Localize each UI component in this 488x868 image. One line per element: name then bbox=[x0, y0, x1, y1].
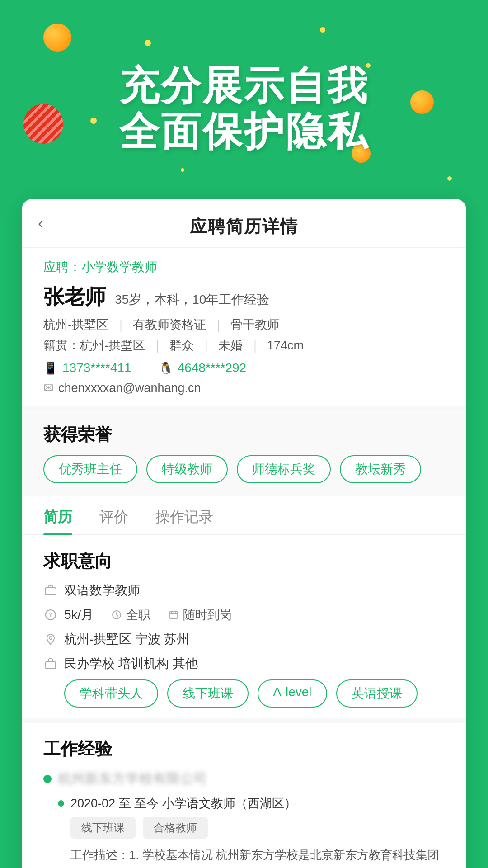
org-types: 民办学校 培训机构 其他 bbox=[64, 655, 198, 672]
job-intent-section: 求职意向 双语数学教师 ¥ 5k/月 全职 bbox=[22, 535, 466, 723]
candidate-meta: 35岁，本科，10年工作经验 bbox=[115, 291, 269, 308]
work-tags: 线下班课 合格教师 bbox=[70, 817, 445, 839]
available-sub: 随时到岗 bbox=[169, 607, 232, 623]
tab-review[interactable]: 评价 bbox=[99, 507, 128, 534]
briefcase-icon bbox=[43, 583, 58, 598]
card-header: ‹ 应聘简历详情 bbox=[22, 199, 466, 248]
deco-dot-3 bbox=[90, 118, 97, 124]
tabs-row: 简历 评价 操作记录 bbox=[22, 496, 466, 535]
job-intent-title: 求职意向 bbox=[43, 550, 445, 573]
height: 174cm bbox=[267, 339, 304, 353]
work-tag-0: 线下班课 bbox=[70, 817, 136, 839]
svg-rect-4 bbox=[169, 612, 178, 618]
svg-rect-0 bbox=[45, 588, 56, 595]
skill-tag-3: 英语授课 bbox=[336, 679, 418, 708]
work-exp-title: 工作经验 bbox=[43, 737, 445, 760]
location: 杭州-拱墅区 bbox=[43, 316, 108, 333]
contact-row: 📱 1373****411 🐧 4648****292 bbox=[43, 361, 445, 375]
deco-ball-2 bbox=[410, 90, 434, 114]
deco-dot-5 bbox=[320, 27, 325, 33]
skill-tag-2: A-level bbox=[258, 679, 327, 708]
back-button[interactable]: ‹ bbox=[38, 214, 43, 233]
honor-tag-2: 师德标兵奖 bbox=[237, 455, 331, 483]
skill-tag-1: 线下班课 bbox=[167, 679, 249, 708]
honors-section: 获得荣誉 优秀班主任 特级教师 师德标兵奖 教坛新秀 bbox=[22, 410, 466, 496]
tab-operation-log[interactable]: 操作记录 bbox=[155, 507, 213, 534]
work-period: 2020-02 至 至今 小学语文教师（西湖区） bbox=[70, 795, 296, 811]
intent-multi: 5k/月 全职 随时到岗 bbox=[64, 606, 232, 623]
qq-icon: 🐧 bbox=[159, 361, 173, 375]
honor-tag-0: 优秀班主任 bbox=[43, 455, 137, 483]
qq-number: 4648****292 bbox=[178, 361, 247, 375]
org-type-row: 民办学校 培训机构 其他 bbox=[43, 655, 445, 672]
political-status: 群众 bbox=[169, 337, 194, 354]
marital-status: 未婚 bbox=[218, 337, 243, 354]
honor-tag-3: 教坛新秀 bbox=[340, 455, 421, 483]
skill-tag-0: 学科带头人 bbox=[64, 679, 158, 708]
phone-number: 1373****411 bbox=[62, 361, 131, 375]
location-row: 杭州-拱墅区 宁波 苏州 bbox=[43, 631, 445, 648]
qq-item: 🐧 4648****292 bbox=[159, 361, 247, 375]
svg-rect-6 bbox=[46, 662, 56, 669]
name-row: 张老师 35岁，本科，10年工作经验 bbox=[43, 283, 445, 311]
credential: 有教师资格证 bbox=[133, 316, 206, 333]
deco-dot-6 bbox=[181, 168, 184, 172]
work-dot bbox=[58, 800, 64, 807]
work-tag-1: 合格教师 bbox=[143, 817, 208, 839]
hometown: 籍贯：杭州-拱墅区 bbox=[43, 337, 145, 354]
work-item-1: 2020-02 至 至今 小学语文教师（西湖区） 线下班课 合格教师 工作描述：… bbox=[58, 795, 445, 868]
apply-tag: 应聘：小学数学教师 bbox=[43, 259, 445, 276]
salary-type-row: ¥ 5k/月 全职 随时到岗 bbox=[43, 606, 445, 623]
job-type: 全职 bbox=[126, 607, 150, 623]
org-icon bbox=[43, 656, 58, 671]
deco-stripe-ball bbox=[23, 104, 63, 144]
work-item-header: 2020-02 至 至今 小学语文教师（西湖区） bbox=[58, 795, 445, 811]
svg-text:¥: ¥ bbox=[48, 611, 52, 618]
deco-dot-4 bbox=[447, 176, 452, 181]
profile-section: 应聘：小学数学教师 张老师 35岁，本科，10年工作经验 杭州-拱墅区 ｜ 有教… bbox=[22, 248, 466, 410]
honors-title: 获得荣誉 bbox=[43, 423, 445, 446]
candidate-name: 张老师 bbox=[43, 283, 106, 311]
company-dot bbox=[43, 775, 52, 783]
location-icon bbox=[43, 632, 58, 646]
title-level: 骨干教师 bbox=[230, 316, 279, 333]
deco-dot-1 bbox=[145, 40, 151, 46]
job-title: 双语数学教师 bbox=[64, 582, 140, 599]
hero-title: 充分展示自我 全面保护隐私 bbox=[119, 63, 369, 154]
company-row: 杭州新东方学校有限公司 bbox=[43, 769, 445, 788]
resume-card: ‹ 应聘简历详情 应聘：小学数学教师 张老师 35岁，本科，10年工作经验 杭州… bbox=[22, 199, 466, 868]
skill-tags: 学科带头人 线下班课 A-level 英语授课 bbox=[64, 679, 445, 708]
hero-section: 充分展示自我 全面保护隐私 bbox=[0, 0, 488, 217]
phone-icon: 📱 bbox=[43, 361, 58, 375]
available: 随时到岗 bbox=[183, 607, 232, 623]
email-address: chenxxxxan@wanhang.cn bbox=[58, 381, 201, 395]
honors-tags: 优秀班主任 特级教师 师德标兵奖 教坛新秀 bbox=[43, 455, 445, 483]
work-description: 工作描述：1. 学校基本情况 杭州新东方学校是北京新东方教育科技集团在浙的一级分… bbox=[70, 845, 445, 868]
job-title-row: 双语数学教师 bbox=[43, 582, 445, 599]
honor-tag-1: 特级教师 bbox=[146, 455, 228, 483]
card-title: 应聘简历详情 bbox=[190, 215, 298, 238]
email-row: ✉ chenxxxxan@wanhang.cn bbox=[43, 381, 445, 395]
svg-point-5 bbox=[49, 637, 52, 639]
info-row-1: 杭州-拱墅区 ｜ 有教师资格证 ｜ 骨干教师 bbox=[43, 316, 445, 333]
email-icon: ✉ bbox=[43, 381, 54, 395]
company-name: 杭州新东方学校有限公司 bbox=[58, 769, 207, 788]
tab-resume[interactable]: 简历 bbox=[43, 507, 72, 534]
salary-icon: ¥ bbox=[43, 608, 58, 622]
salary: 5k/月 bbox=[64, 606, 94, 623]
work-locations: 杭州-拱墅区 宁波 苏州 bbox=[64, 631, 189, 648]
phone-item: 📱 1373****411 bbox=[43, 361, 131, 375]
info-row-2: 籍贯：杭州-拱墅区 ｜ 群众 ｜ 未婚 ｜ 174cm bbox=[43, 337, 445, 354]
job-type-sub: 全职 bbox=[112, 607, 150, 623]
deco-ball-1 bbox=[43, 24, 71, 52]
work-experience-section: 工作经验 杭州新东方学校有限公司 2020-02 至 至今 小学语文教师（西湖区… bbox=[22, 723, 466, 868]
